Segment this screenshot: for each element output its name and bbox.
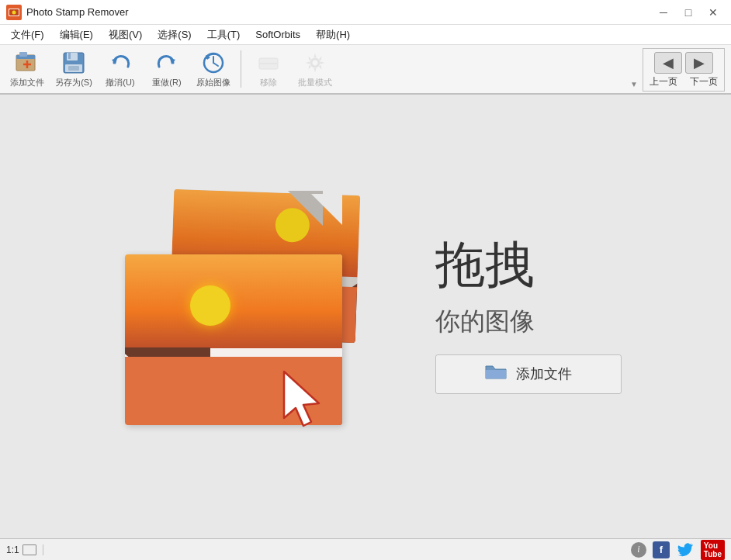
toolbar-separator: [241, 50, 241, 88]
main-area[interactable]: 拖拽 你的图像 添加文件: [0, 95, 731, 538]
prev-label: 上一页: [650, 75, 677, 88]
remove-label: 移除: [260, 77, 277, 88]
status-bar: 1:1 i f YouTube: [0, 538, 731, 560]
toolbar-nav: ◀ ▶ 上一页 下一页: [643, 48, 725, 92]
facebook-icon[interactable]: f: [653, 541, 670, 558]
menu-softorbits[interactable]: SoftOrbits: [248, 27, 308, 42]
drop-sub-text: 你的图像: [435, 305, 622, 339]
save-icon: [61, 50, 86, 75]
menu-edit[interactable]: 编辑(E): [52, 26, 101, 43]
youtube-icon[interactable]: YouTube: [701, 540, 725, 560]
svg-point-2: [12, 10, 16, 14]
nav-buttons: ◀ ▶: [654, 52, 713, 74]
menu-bar: 文件(F) 编辑(E) 视图(V) 选择(S) 工具(T) SoftOrbits…: [0, 25, 731, 45]
menu-tools[interactable]: 工具(T): [199, 26, 248, 43]
gear-icon: [303, 50, 327, 75]
svg-point-21: [311, 59, 319, 67]
svg-rect-5: [19, 52, 27, 57]
add-file-icon: [15, 50, 40, 75]
window-controls: ─ □ ✕: [652, 4, 725, 21]
undo-icon: [108, 50, 133, 75]
toolbar-batch-button[interactable]: 批量模式: [293, 47, 338, 91]
original-label: 原始图像: [196, 77, 230, 88]
add-file-button-label: 添加文件: [516, 365, 572, 383]
toolbar-original-button[interactable]: 原始图像: [191, 47, 236, 91]
menu-view[interactable]: 视图(V): [101, 26, 150, 43]
batch-label: 批量模式: [298, 77, 332, 88]
zoom-control: 1:1: [6, 544, 43, 555]
maximize-button[interactable]: □: [677, 4, 700, 21]
illustration: [109, 177, 389, 456]
menu-help[interactable]: 帮助(H): [308, 26, 358, 43]
toolbar-remove-button[interactable]: 移除: [246, 47, 291, 91]
menu-select[interactable]: 选择(S): [150, 26, 199, 43]
prev-button[interactable]: ◀: [654, 52, 682, 74]
close-button[interactable]: ✕: [702, 4, 725, 21]
nav-labels: 上一页 下一页: [650, 75, 718, 88]
clock-icon: [201, 50, 226, 75]
drop-zone-container: 拖拽 你的图像 添加文件: [109, 177, 622, 456]
toolbar-add-file-button[interactable]: 添加文件: [5, 47, 50, 91]
info-icon[interactable]: i: [631, 542, 646, 558]
toolbar-dropdown-arrow[interactable]: ▼: [630, 80, 638, 88]
undo-label: 撤消(U): [106, 77, 134, 88]
app-title: Photo Stamp Remover: [26, 6, 652, 18]
save-label: 另存为(S): [55, 77, 92, 88]
add-file-label: 添加文件: [10, 77, 44, 88]
next-label: 下一页: [690, 75, 718, 88]
zoom-value: 1:1: [6, 544, 19, 555]
svg-rect-10: [68, 53, 71, 59]
cursor-arrow: [280, 368, 327, 433]
twitter-icon[interactable]: [676, 542, 695, 558]
minimize-button[interactable]: ─: [652, 4, 675, 21]
add-file-button[interactable]: 添加文件: [435, 354, 622, 394]
status-right: i f YouTube: [631, 540, 725, 560]
card-fold-inner: [311, 194, 342, 225]
app-icon: [6, 5, 22, 20]
toolbar: 添加文件 另存为(S) 撤消(U): [0, 45, 731, 95]
toolbar-save-button[interactable]: 另存为(S): [51, 47, 96, 91]
toolbar-undo-button[interactable]: 撤消(U): [98, 47, 143, 91]
svg-marker-22: [284, 372, 319, 426]
redo-icon: [154, 50, 179, 75]
drop-text-area: 拖拽 你的图像 添加文件: [435, 240, 622, 394]
folder-icon: [485, 363, 507, 385]
next-button[interactable]: ▶: [685, 52, 713, 74]
toolbar-redo-button[interactable]: 重做(R): [144, 47, 189, 91]
zoom-icon: [23, 544, 36, 555]
drop-main-text: 拖拽: [435, 240, 622, 289]
svg-rect-12: [68, 66, 79, 71]
erase-icon: [256, 50, 281, 75]
menu-file[interactable]: 文件(F): [3, 26, 52, 43]
redo-label: 重做(R): [152, 77, 181, 88]
title-bar: Photo Stamp Remover ─ □ ✕: [0, 0, 731, 25]
svg-line-17: [213, 63, 218, 66]
